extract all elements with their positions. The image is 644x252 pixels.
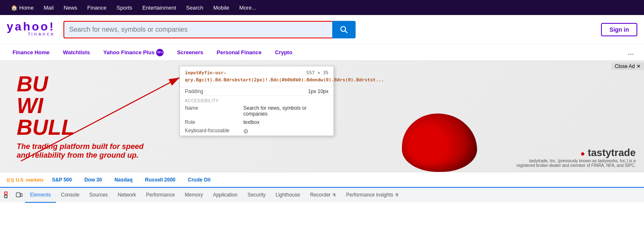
header-right: Sign in: [601, 23, 637, 36]
top-navigation: 🏠 Home Mail News Finance Sports Entertai…: [0, 0, 644, 15]
nav-watchlists[interactable]: Watchlists: [57, 44, 96, 61]
search-input-wrapper: [63, 21, 332, 38]
nav-crypto[interactable]: Crypto: [269, 44, 298, 61]
nav-more[interactable]: More...: [235, 0, 260, 15]
inspector-keyboard-row: Keyboard-focusable ⊙: [180, 126, 333, 136]
devtools-tab-performance[interactable]: Performance: [141, 188, 180, 203]
devtools-device-button[interactable]: [13, 189, 25, 201]
main-content-area: BU WI BULL The trading platform built fo…: [0, 61, 644, 172]
nav-search[interactable]: Search: [182, 0, 207, 15]
ticker-nasdaq[interactable]: Nasdaq: [114, 177, 132, 183]
recorder-icon: ⚗: [332, 193, 336, 197]
nav-yahoo-finance-plus[interactable]: Yahoo Finance Plus YF+: [97, 44, 169, 61]
ticker-dow30[interactable]: Dow 30: [84, 177, 102, 183]
devtools-tab-sources[interactable]: Sources: [84, 188, 113, 203]
secondary-navigation: Finance Home Watchlists Yahoo Finance Pl…: [0, 44, 644, 61]
ticker-bar: ((·)) U.S. markets S&P 500 Dow 30 Nasdaq…: [0, 172, 644, 187]
devtools-tab-lighthouse[interactable]: Lighthouse: [270, 188, 305, 203]
devtools-bar: Elements Console Sources Network Perform…: [0, 187, 644, 202]
search-container: [63, 21, 356, 38]
keyboard-focusable-check: ⊙: [243, 128, 328, 134]
header: yahoo! finance Sign in: [0, 15, 644, 44]
devtools-tab-security[interactable]: Security: [242, 188, 270, 203]
nav-entertainment[interactable]: Entertainment: [138, 0, 180, 15]
inspector-accessibility-title: ACCESSIBILITY: [180, 96, 333, 104]
ad-tagline: The trading platform built for speed and…: [17, 142, 144, 160]
svg-rect-6: [16, 193, 20, 197]
brand-info: ● tastytrade tastytrade, Inc. (previousl…: [510, 147, 636, 168]
inspector-name-row: Name Search for news, symbols or compani…: [180, 104, 333, 118]
yahoo-finance-logo: yahoo! finance: [7, 23, 55, 36]
devtools-inspect-button[interactable]: [2, 189, 13, 201]
devtools-tab-application[interactable]: Application: [208, 188, 242, 203]
brand-description: tastytrade, Inc. (previously known as ta…: [510, 159, 636, 168]
nav-personal-finance[interactable]: Personal Finance: [211, 44, 268, 61]
devtools-tab-recorder[interactable]: Recorder ⚗: [305, 188, 341, 203]
inspector-role-row: Role textbox: [180, 118, 333, 126]
inspector-padding-row: Padding 1px 10px: [180, 87, 333, 96]
ad-content-text: BU WI BULL The trading platform built fo…: [0, 65, 160, 168]
yfplus-badge: YF+: [156, 49, 164, 56]
nav-mail[interactable]: Mail: [40, 0, 58, 15]
inspector-selector: 557 × 35 input#yfin-usr-qry.Bgc(t).Bd.Bd…: [180, 66, 333, 87]
search-input[interactable]: [64, 22, 332, 38]
search-button[interactable]: [332, 21, 356, 38]
device-icon: [16, 192, 23, 198]
nav-home-label: Home: [19, 5, 34, 11]
inspector-size: 557 × 35: [306, 70, 328, 77]
nav-home[interactable]: 🏠 Home: [7, 0, 38, 15]
devtools-tab-console[interactable]: Console: [56, 188, 84, 203]
brand-logo: ● tastytrade: [510, 147, 636, 159]
devtools-tab-memory[interactable]: Memory: [180, 188, 208, 203]
inspector-popup: 557 × 35 input#yfin-usr-qry.Bgc(t).Bd.Bd…: [179, 66, 334, 136]
close-ad-button[interactable]: Close Ad ✕: [611, 63, 644, 70]
ticker-russell[interactable]: Russell 2000: [145, 177, 176, 183]
nav-more-options[interactable]: ...: [624, 48, 637, 57]
home-icon: 🏠: [11, 5, 18, 11]
ad-headline: BU WI BULL: [17, 73, 144, 138]
nav-finance[interactable]: Finance: [83, 0, 111, 15]
ticker-crude-oil[interactable]: Crude Oil: [188, 177, 210, 183]
sign-in-button[interactable]: Sign in: [601, 23, 637, 36]
close-icon: ✕: [636, 63, 641, 69]
nav-screeners[interactable]: Screeners: [171, 44, 209, 61]
performance-insights-icon: ⚗: [395, 193, 399, 197]
ad-banner: BU WI BULL The trading platform built fo…: [0, 61, 644, 172]
search-icon: [340, 25, 348, 34]
devtools-tab-elements[interactable]: Elements: [25, 188, 56, 203]
ticker-sp500[interactable]: S&P 500: [52, 177, 72, 183]
nav-sports[interactable]: Sports: [112, 0, 136, 15]
ad-decoration: [394, 97, 485, 172]
devtools-tab-network[interactable]: Network: [113, 188, 141, 203]
radio-icon: ((·)): [7, 177, 14, 182]
svg-rect-5: [5, 195, 7, 198]
svg-line-1: [345, 30, 347, 33]
devtools-tab-performance-insights[interactable]: Performance insights ⚗: [341, 188, 404, 203]
ticker-live-indicator: ((·)) U.S. markets: [7, 177, 43, 182]
nav-mobile[interactable]: Mobile: [209, 0, 233, 15]
nav-news[interactable]: News: [60, 0, 82, 15]
svg-point-0: [341, 26, 346, 31]
nav-finance-home[interactable]: Finance Home: [7, 44, 56, 61]
svg-rect-7: [20, 194, 22, 197]
svg-rect-4: [5, 192, 7, 194]
inspect-cursor-icon: [4, 192, 11, 198]
